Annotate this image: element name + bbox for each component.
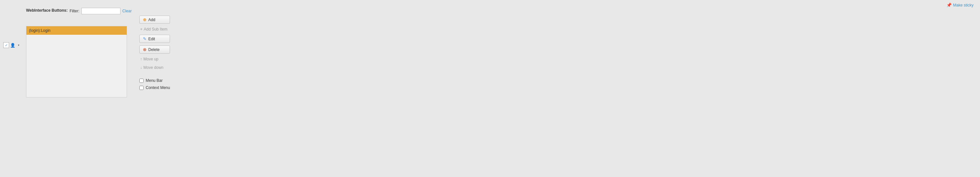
move-up-icon (140, 57, 142, 62)
main-area: WebInterface Buttons: Filter: Clear (log… (26, 6, 170, 98)
menu-bar-checkbox[interactable] (139, 79, 143, 83)
context-menu-row: Context Menu (139, 85, 170, 90)
list-item[interactable]: (login):Login (26, 26, 127, 35)
move-up-button[interactable]: Move up (139, 56, 170, 62)
delete-button[interactable]: ⊗ Delete (139, 46, 170, 54)
menu-bar-row: Menu Bar (139, 78, 170, 83)
menu-bar-label: Menu Bar (146, 78, 162, 83)
context-menu-label: Context Menu (146, 85, 170, 90)
make-sticky-button[interactable]: 📌 Make sticky (947, 3, 974, 8)
plus-small-icon: + (140, 27, 142, 32)
webinterface-buttons-label: WebInterface Buttons: (26, 8, 68, 13)
add-button[interactable]: ⊕ Add (139, 16, 170, 24)
add-icon: ⊕ (143, 17, 146, 22)
add-sub-item-button[interactable]: + Add Sub Item (139, 26, 170, 32)
icon-row: ✓ 👤 ▾ (3, 42, 21, 48)
filter-input[interactable] (81, 8, 121, 14)
delete-icon: ⊗ (143, 47, 146, 52)
filter-label: Filter: (70, 9, 80, 13)
filter-area: Filter: Clear (70, 6, 132, 14)
check-icon[interactable]: ✓ (3, 42, 9, 48)
move-down-button[interactable]: Move down (139, 65, 170, 71)
list-panel: (login):Login (26, 26, 127, 98)
make-sticky-label: Make sticky (953, 3, 974, 8)
chevron-down-icon[interactable]: ▾ (16, 42, 21, 48)
pin-icon: 📌 (947, 3, 952, 8)
spacer (139, 73, 170, 76)
move-down-icon (140, 65, 142, 70)
bottom-icon-area: ✓ 👤 ▾ (3, 42, 21, 48)
user-icon[interactable]: 👤 (10, 42, 16, 48)
edit-button[interactable]: ✎ Edit (139, 35, 170, 43)
edit-icon: ✎ (143, 36, 146, 41)
buttons-panel: ⊕ Add + Add Sub Item ✎ Edit ⊗ Delete Mov… (139, 16, 170, 90)
context-menu-checkbox[interactable] (139, 86, 143, 90)
clear-link[interactable]: Clear (123, 9, 132, 13)
